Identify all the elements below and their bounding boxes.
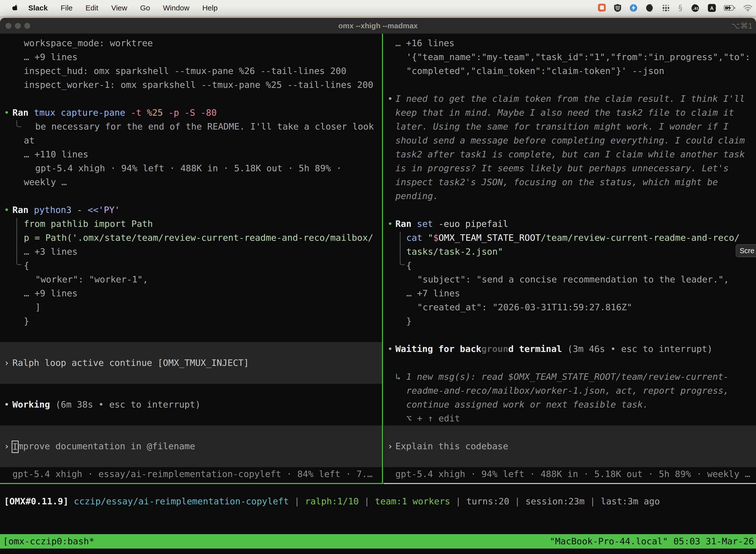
row-bullet: › (387, 439, 393, 453)
terminal-row: inspect_worker-1: omx sparkshell --tmux-… (0, 78, 382, 92)
terminal-row: from pathlib import Path (0, 217, 382, 231)
row-bullet: › (4, 356, 9, 370)
terminal-row: … +16 lines (383, 36, 756, 50)
terminal-row: task2 after task1 is complete, but can I… (383, 148, 756, 161)
pane-divider[interactable] (382, 34, 383, 484)
terminal-row: ] (0, 300, 382, 314)
terminal-row: should send a message before completing … (383, 133, 756, 148)
terminal-row (0, 411, 382, 426)
apple-menu-icon[interactable] (11, 4, 18, 12)
letter-a-icon[interactable]: A (707, 3, 716, 12)
row-bullet: • (4, 106, 9, 120)
row-bullet: • (387, 92, 393, 106)
title-bar[interactable]: omx --xhigh --madmax ⌥⌘1 (0, 18, 756, 34)
menu-item-edit[interactable]: Edit (85, 4, 99, 12)
menu-item-window[interactable]: Window (163, 4, 189, 12)
svg-text:..61: ..61 (693, 6, 698, 10)
terminal-row (383, 78, 756, 92)
terminal-row: readme-and-reco/mailbox/worker-1.json, a… (383, 384, 756, 398)
window-title: omx --xhigh --madmax (0, 18, 756, 34)
menu-item-view[interactable]: View (111, 4, 127, 12)
grid-shield-icon[interactable] (614, 4, 622, 12)
terminal-row: •Ran set -euo pipefail (383, 217, 756, 231)
terminal-row: '{"team_name":"my-team","task_id":"1","f… (383, 50, 756, 64)
window-shortcut: ⌥⌘1 (731, 18, 753, 34)
terminal-row: "subject": "send a concise recommendatio… (383, 273, 756, 286)
menu-item-file[interactable]: File (61, 4, 72, 12)
terminal-band-row (0, 342, 382, 356)
svg-text:A: A (710, 5, 713, 11)
pane-border-left (0, 483, 382, 484)
wifi-icon[interactable] (743, 4, 753, 11)
terminal-band-row (383, 453, 756, 467)
menu-app-name[interactable]: Slack (28, 4, 48, 12)
menu-item-help[interactable]: Help (202, 4, 218, 12)
terminal-row: pending. (383, 189, 756, 203)
terminal-row: inspect_hud: omx sparkshell --tmux-pane … (0, 64, 382, 78)
terminal-row: •Ran tmux capture-pane -t %25 -p -S -80 (0, 106, 382, 120)
terminal-row: … +7 lines (383, 286, 756, 300)
terminal-row (383, 328, 756, 342)
terminal-band-row (383, 426, 756, 439)
menu-item-go[interactable]: Go (140, 4, 150, 12)
terminal-row: cat "$OMX_TEAM_STATE_ROOT/team/review-cu… (383, 231, 756, 245)
output-gutter-line (16, 120, 21, 127)
tmux-pane-left[interactable]: workspace_mode: worktree… +9 linesinspec… (0, 36, 382, 481)
terminal-row: weekly … (0, 175, 382, 189)
row-bullet: • (4, 398, 9, 411)
terminal-row: } (383, 314, 756, 328)
crescent-icon[interactable] (645, 3, 654, 12)
terminal-row: … +110 lines (0, 148, 382, 161)
badge-61-icon[interactable]: ..61 (691, 3, 700, 13)
terminal-row: •I need to get the claim token from the … (383, 92, 756, 106)
terminal-row: later. Using the same for transition mig… (383, 120, 756, 133)
terminal-row (0, 92, 382, 106)
terminal-row: at (0, 133, 382, 148)
svg-text:§: § (678, 3, 682, 12)
terminal-row: "completed","claim_token":"claim-token"}… (383, 64, 756, 78)
screenshot-tooltip[interactable]: Scre (736, 244, 756, 257)
terminal-row: keep that in mind. Maybe I also need the… (383, 106, 756, 120)
terminal-band-row: ›Explain this codebase (383, 439, 756, 453)
battery-charging-icon[interactable] (724, 5, 736, 11)
menu-items: FileEditViewGoWindowHelp (48, 4, 217, 12)
lightning-badge-icon[interactable] (629, 3, 638, 12)
tmux-status-bar: [omx-cczip0:bash* "MacBook-Pro-44.local"… (0, 534, 756, 549)
terminal-row: … +9 lines (0, 50, 382, 64)
menu-status-icons: §..61A (598, 3, 753, 13)
terminal-row: continue assigned work or next feasible … (383, 398, 756, 411)
terminal-row (383, 356, 756, 370)
dots-grid-icon[interactable] (662, 4, 670, 12)
terminal-row: … +9 lines (0, 286, 382, 300)
terminal-window: omx --xhigh --madmax ⌥⌘1 workspace_mode:… (0, 18, 756, 554)
tmux-session-label: [omx-cczip0:bash* (3, 534, 94, 549)
terminal-band-row: ›Improve documentation in @filename (0, 439, 382, 453)
terminal-row: •Waiting for background terminal (3m 46s… (383, 342, 756, 356)
chat-bubble-icon[interactable] (598, 3, 606, 12)
terminal-row: { (0, 259, 382, 273)
terminal-row: } (0, 314, 382, 328)
tmux-host-clock: "MacBook-Pro-44.local" 05:03 31-Mar-26 (550, 534, 754, 549)
terminal-row: "worker": "worker-1", (0, 273, 382, 286)
terminal-row (0, 189, 382, 203)
terminal-band-row: ›Ralph loop active continue [OMX_TMUX_IN… (0, 356, 382, 370)
terminal-row (383, 203, 756, 217)
squiggle-icon[interactable]: § (678, 3, 683, 13)
terminal-row: •Working (6m 38s • esc to interrupt) (0, 398, 382, 411)
menu-bar: Slack FileEditViewGoWindowHelp §..61A (0, 0, 756, 16)
terminal-row: gpt-5.4 xhigh · 94% left · 488K in · 5.1… (383, 467, 756, 481)
terminal-content: workspace_mode: worktree… +9 linesinspec… (0, 34, 756, 554)
terminal-row (0, 384, 382, 398)
terminal-row: … +3 lines (0, 245, 382, 259)
terminal-row: is in progress? It seems likely but perh… (383, 161, 756, 175)
tmux-pane-right[interactable]: … +16 lines'{"team_name":"my-team","task… (383, 36, 756, 481)
terminal-row: ⌥ + ↑ edit (383, 411, 756, 426)
terminal-row: "created_at": "2026-03-31T11:59:27.816Z" (383, 300, 756, 314)
terminal-band-row (0, 453, 382, 467)
terminal-row: gpt-5.4 xhigh · 94% left · 488K in · 5.1… (0, 161, 382, 175)
output-gutter-line (16, 218, 21, 265)
terminal-row: tasks/task-2.json" (383, 245, 756, 259)
terminal-band-row (0, 426, 382, 439)
row-bullet: • (4, 203, 9, 217)
pane-border-right (383, 483, 756, 484)
